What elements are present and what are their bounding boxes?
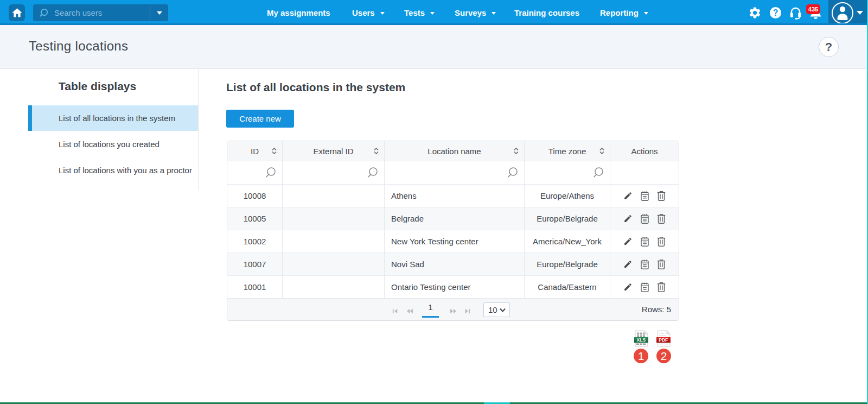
svg-text:?: ? [773, 8, 778, 17]
svg-text:PDF: PDF [659, 337, 668, 343]
svg-text:XLS: XLS [637, 337, 646, 343]
